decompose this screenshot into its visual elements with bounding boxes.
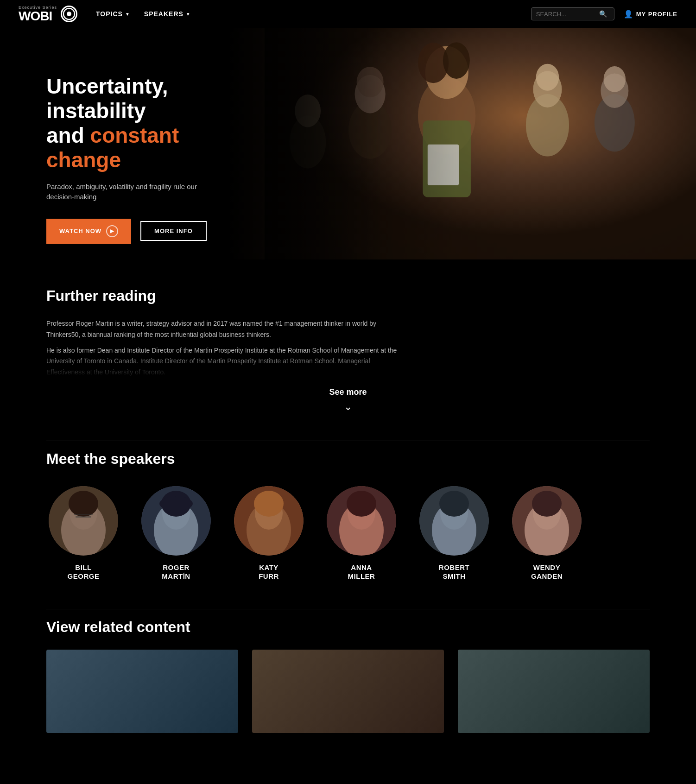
svg-point-14 [536, 64, 559, 91]
speakers-grid: BILL GEORGE ROGER MARTÍN KATY FURR ANNA … [46, 486, 650, 581]
speaker-name: ROGER MARTÍN [162, 563, 190, 581]
see-more-chevron-icon: ⌄ [344, 401, 352, 413]
svg-rect-25 [74, 514, 93, 515]
related-card[interactable] [252, 650, 444, 733]
related-section: View related content [0, 609, 696, 761]
related-title: View related content [46, 619, 650, 636]
topics-chevron-icon: ▼ [125, 12, 130, 17]
navbar: Executive Series WOBI TOPICS ▼ SPEAKERS … [0, 0, 696, 28]
search-box[interactable]: 🔍 [531, 7, 614, 20]
avatar [419, 486, 489, 556]
speaker-name: WENDY GANDEN [531, 563, 563, 581]
svg-point-31 [159, 496, 193, 511]
avatar [49, 486, 118, 556]
related-card[interactable] [458, 650, 650, 733]
logo[interactable]: Executive Series WOBI [19, 5, 77, 23]
navbar-left: Executive Series WOBI TOPICS ▼ SPEAKERS … [19, 5, 191, 23]
svg-point-43 [439, 491, 469, 517]
reading-paragraph-2: He is also former Dean and Institute Dir… [46, 345, 399, 378]
speaker-name: KATY FURR [259, 563, 279, 581]
reading-text: Professor Roger Martin is a writer, stra… [46, 318, 399, 378]
search-input[interactable] [536, 11, 596, 18]
navbar-right: 🔍 👤 MY PROFILE [531, 7, 677, 20]
hero-buttons: WATCH NOW ▶ MORE INFO [46, 219, 259, 244]
svg-point-24 [69, 491, 98, 517]
svg-point-1 [67, 12, 71, 16]
see-more-label: See more [329, 387, 367, 397]
more-info-button[interactable]: MORE INFO [140, 221, 207, 241]
avatar [512, 486, 582, 556]
hero-content: Uncertainty, instability and constant ch… [0, 28, 259, 244]
speaker-item[interactable]: ANNA MILLER [324, 486, 399, 581]
svg-point-39 [347, 491, 376, 517]
hero-title: Uncertainty, instability and constant ch… [46, 74, 259, 172]
speaker-avatar [512, 486, 582, 556]
speaker-avatar [419, 486, 489, 556]
logo-text: Executive Series WOBI [19, 5, 57, 23]
hero-section: Uncertainty, instability and constant ch… [0, 28, 696, 259]
further-reading-title: Further reading [46, 287, 650, 304]
svg-rect-26 [76, 516, 91, 518]
svg-point-35 [254, 491, 284, 517]
more-info-label: MORE INFO [154, 228, 193, 234]
speakers-chevron-icon: ▼ [186, 12, 191, 17]
topics-nav-link[interactable]: TOPICS ▼ [96, 10, 130, 18]
svg-point-17 [603, 66, 626, 92]
svg-point-47 [532, 491, 562, 517]
speakers-title: Meet the speakers [46, 450, 650, 468]
speaker-item[interactable]: BILL GEORGE [46, 486, 120, 581]
speaker-name: BILL GEORGE [68, 563, 100, 581]
related-card[interactable] [46, 650, 238, 733]
speaker-avatar [49, 486, 118, 556]
watch-now-label: WATCH NOW [59, 228, 101, 234]
speaker-name: ANNA MILLER [348, 563, 375, 581]
speaker-item[interactable]: ROGER MARTÍN [139, 486, 213, 581]
speaker-name: ROBERT SMITH [439, 563, 469, 581]
profile-link[interactable]: 👤 MY PROFILE [624, 10, 677, 19]
reading-paragraph-1: Professor Roger Martin is a writer, stra… [46, 318, 399, 341]
reading-content: Professor Roger Martin is a writer, stra… [46, 318, 650, 378]
speaker-item[interactable]: KATY FURR [232, 486, 306, 581]
profile-label: MY PROFILE [636, 11, 677, 18]
speakers-section: Meet the speakers BILL GEORGE ROGER MART… [0, 441, 696, 609]
avatar [141, 486, 211, 556]
logo-icon [61, 6, 77, 22]
speaker-avatar [327, 486, 396, 556]
profile-icon: 👤 [624, 10, 633, 19]
search-icon: 🔍 [599, 10, 607, 18]
speaker-avatar [234, 486, 304, 556]
brand-name: WOBI [19, 9, 52, 23]
nav-links: TOPICS ▼ SPEAKERS ▼ [96, 10, 191, 18]
play-icon: ▶ [106, 225, 118, 237]
watch-now-button[interactable]: WATCH NOW ▶ [46, 219, 131, 244]
hero-subtitle: Paradox, ambiguity, volatility and fragi… [46, 182, 222, 202]
further-reading-section: Further reading Professor Roger Martin i… [0, 259, 696, 441]
speaker-avatar [141, 486, 211, 556]
related-grid [46, 650, 650, 733]
avatar [234, 486, 304, 556]
speaker-item[interactable]: ROBERT SMITH [417, 486, 491, 581]
avatar [327, 486, 396, 556]
speakers-nav-link[interactable]: SPEAKERS ▼ [144, 10, 191, 18]
speaker-item[interactable]: WENDY GANDEN [510, 486, 584, 581]
see-more-button[interactable]: See more ⌄ [46, 387, 650, 413]
